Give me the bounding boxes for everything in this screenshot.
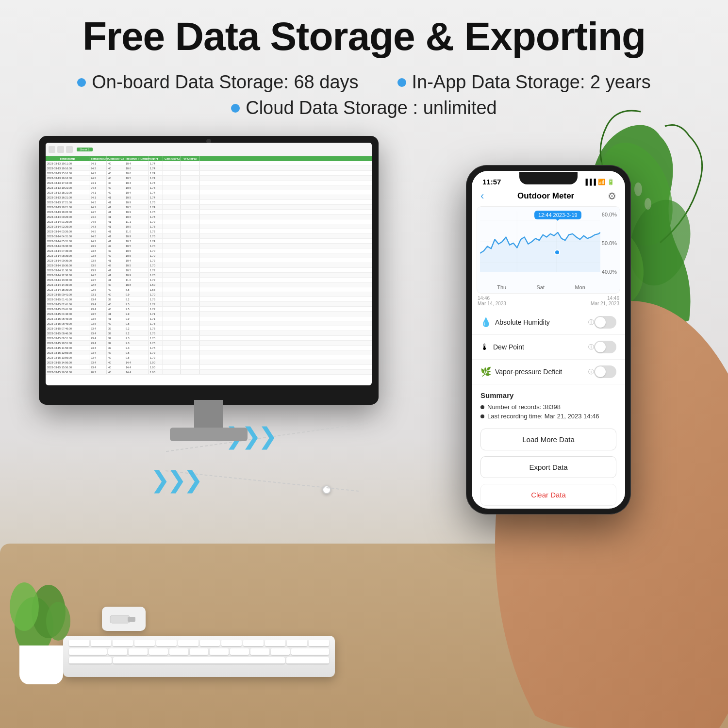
- table-cell: 40: [107, 350, 124, 355]
- table-row: 2023-03-14 10:36:0023.84210.51.70: [46, 263, 372, 268]
- toggle-vpd-switch[interactable]: [594, 365, 616, 378]
- bullet-dot-1: [77, 78, 86, 87]
- table-row: 2023-03-14 00:26:0024.24110.61.74: [46, 215, 372, 219]
- kb-key: [190, 648, 209, 655]
- table-cell: 9.5: [124, 350, 149, 355]
- table-cell: [163, 248, 181, 253]
- table-cell: [181, 219, 200, 224]
- table-cell: 41: [107, 278, 124, 282]
- table-cell: 42: [107, 244, 124, 248]
- spreadsheet-toolbar: Sheet 1: [46, 143, 372, 156]
- kb-key: [210, 648, 229, 655]
- table-cell: 40: [107, 321, 124, 326]
- table-cell: 1.75: [149, 341, 163, 345]
- clear-data-button[interactable]: Clear Data: [480, 484, 616, 506]
- toggle-dew-switch[interactable]: [594, 341, 616, 353]
- table-cell: [163, 161, 181, 165]
- table-row: 2023-03-14 01:26:0024.54111.11.72: [46, 219, 372, 224]
- table-cell: 40: [107, 171, 124, 175]
- table-cell: 23.4: [89, 365, 107, 369]
- chart-data-point: [554, 249, 560, 255]
- table-cell: 24.3: [89, 200, 107, 204]
- table-cell: 2023-03-13 17:21:00: [46, 200, 89, 204]
- table-cell: 10.5: [124, 195, 149, 199]
- chart-date-range: 14:46Mar 14, 2023 14:46Mar 21, 2023: [472, 294, 625, 310]
- chart-y-labels: 60.0% 50.0% 40.0%: [602, 212, 617, 275]
- table-cell: 11.0: [124, 229, 149, 233]
- table-cell: 2023-03-14 08:36:00: [46, 253, 89, 258]
- table-cell: 39: [107, 297, 124, 301]
- table-cell: 23.4: [89, 355, 107, 360]
- kb-key: [178, 640, 199, 646]
- table-cell: 2023-03-14 00:26:00: [46, 215, 89, 219]
- table-cell: [163, 297, 181, 301]
- table-cell: [181, 365, 200, 369]
- toggle-humidity-knob: [595, 317, 606, 328]
- kb-key: [230, 648, 249, 655]
- table-row: 2023-03-15 07:46:0023.4399.21.75: [46, 326, 372, 331]
- battery-icon: 🔋: [607, 179, 614, 185]
- table-row: 2023-03-13 16:21:0024.14110.51.74: [46, 195, 372, 200]
- table-cell: 23.9: [89, 268, 107, 272]
- table-cell: 24.5: [89, 229, 107, 233]
- table-cell: 1.72: [149, 229, 163, 233]
- table-cell: 40: [107, 307, 124, 311]
- table-cell: 1.00: [149, 365, 163, 369]
- table-cell: 10.5: [124, 268, 149, 272]
- table-cell: 2023-03-13 19:16:00: [46, 166, 89, 170]
- table-cell: [163, 307, 181, 311]
- table-cell: 2023-03-14 04:31:00: [46, 234, 89, 238]
- table-row: 2023-03-13 19:26:0024.54110.91.73: [46, 210, 372, 215]
- phone-frame: 11:57 ▐▐▐ 📶 🔋 ‹ Outdoor Meter ⚙: [466, 165, 631, 514]
- kb-key: [134, 640, 155, 646]
- help-icon-vpd: ⓘ: [588, 368, 594, 376]
- x-label-mon: Mon: [575, 284, 585, 290]
- table-cell: 10.9: [124, 273, 149, 277]
- table-cell: [181, 185, 200, 190]
- toggle-row-humidity[interactable]: 💧 Absolute Humidity ⓘ: [472, 310, 625, 335]
- table-cell: 41: [107, 239, 124, 243]
- table-cell: 24.5: [89, 278, 107, 282]
- col-celsius2: Celsius(°C): [163, 156, 181, 161]
- table-cell: [163, 234, 181, 238]
- table-cell: 10.6: [124, 215, 149, 219]
- table-cell: [181, 244, 200, 248]
- table-row: 2023-03-15 00:41:0023.1409.91.70: [46, 292, 372, 297]
- table-cell: 2023-03-15 00:41:00: [46, 292, 89, 297]
- table-cell: 24.2: [89, 215, 107, 219]
- sheet-tab[interactable]: Sheet 1: [77, 148, 93, 151]
- monitor-stand-base: [170, 428, 248, 441]
- table-cell: [163, 350, 181, 355]
- table-cell: 23.4: [89, 336, 107, 340]
- table-cell: 1.72: [149, 350, 163, 355]
- col-vpd: VPD(kPa): [181, 156, 200, 161]
- table-row: 2023-03-13 17:16:0024.14010.41.74: [46, 181, 372, 185]
- settings-icon[interactable]: ⚙: [608, 190, 616, 202]
- back-button[interactable]: ‹: [480, 190, 484, 202]
- toggle-humidity-switch[interactable]: [594, 316, 616, 329]
- table-cell: [163, 370, 181, 374]
- table-cell: [181, 176, 200, 180]
- toggle-vpd-knob: [595, 366, 606, 377]
- toggle-row-dew[interactable]: 🌡 Dew Point ⓘ: [472, 335, 625, 360]
- table-row: 2023-03-13 19:11:0024.14010.41.74: [46, 161, 372, 166]
- table-cell: 10.5: [124, 176, 149, 180]
- load-more-button[interactable]: Load More Data: [480, 429, 616, 450]
- table-cell: 23.4: [89, 350, 107, 355]
- table-cell: 24.1: [89, 161, 107, 165]
- export-data-button[interactable]: Export Data: [480, 456, 616, 478]
- toggle-humidity-label: Absolute Humidity: [495, 318, 586, 326]
- kb-key: [243, 640, 264, 646]
- table-cell: 1.75: [149, 331, 163, 335]
- table-cell: 23.9: [89, 244, 107, 248]
- table-row: 2023-03-14 11:36:0023.94110.51.72: [46, 268, 372, 273]
- toggle-row-vpd[interactable]: 🌿 Vapor-pressure Deficit ⓘ: [472, 360, 625, 384]
- table-cell: 10.4: [124, 161, 149, 165]
- chart-tooltip: 12:44 2023-3-19: [534, 211, 581, 219]
- table-cell: 41: [107, 234, 124, 238]
- kb-key: [309, 640, 329, 646]
- keyboard-rows: [63, 636, 335, 668]
- table-cell: [181, 282, 200, 287]
- keyboard: [63, 636, 335, 677]
- table-row: 2023-03-15 15:56:0023.44014.41.00: [46, 365, 372, 370]
